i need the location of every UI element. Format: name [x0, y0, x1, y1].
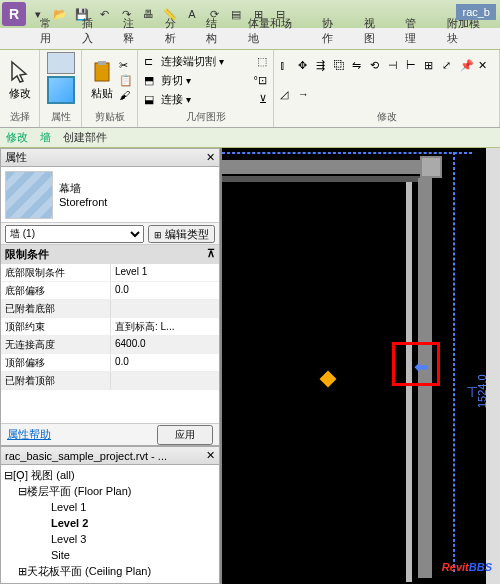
properties-title: 属性 [5, 150, 27, 165]
cat-constraints[interactable]: 限制条件⊼ [1, 245, 219, 264]
options-create-part[interactable]: 创建部件 [63, 130, 107, 145]
wall-inner [222, 176, 428, 182]
tab-view[interactable]: 视图 [354, 13, 396, 49]
project-browser: rac_basic_sample_project.rvt - ... ✕ ⊟[O… [0, 446, 220, 584]
tree-level[interactable]: Site [3, 547, 217, 563]
ribbon-body: 修改 选择 属性 粘贴 ✂ 📋 🖌 剪贴板 ⊏连接端切割 ▾ ⬚ [0, 50, 500, 128]
grid-head[interactable] [420, 156, 442, 178]
apply-button[interactable]: 应用 [157, 425, 213, 445]
move-icon[interactable]: ✥ [298, 59, 312, 73]
join-geom-icon: ⬓ [144, 93, 158, 107]
paste-button[interactable]: 粘贴 [86, 53, 117, 109]
tab-manage[interactable]: 管理 [395, 13, 437, 49]
group-clipboard-label: 剪贴板 [86, 109, 133, 125]
copy-icon[interactable]: 📋 [119, 74, 133, 88]
group-props-label: 属性 [44, 109, 77, 125]
join-end-cut-button[interactable]: ⊏连接端切割 ▾ ⬚ [142, 53, 269, 71]
table-row: 底部偏移0.0 [1, 282, 219, 300]
tab-collab[interactable]: 协作 [312, 13, 354, 49]
file-name-label: rac_b [456, 4, 496, 20]
table-row: 顶部偏移0.0 [1, 354, 219, 372]
tab-insert[interactable]: 插入 [72, 13, 114, 49]
close-icon[interactable]: ✕ [206, 449, 215, 462]
svg-rect-0 [95, 63, 109, 81]
tab-structure[interactable]: 结构 [196, 13, 238, 49]
tab-analyze[interactable]: 分析 [155, 13, 197, 49]
extend-icon[interactable]: → [298, 88, 312, 102]
tab-home[interactable]: 常用 [30, 13, 72, 49]
tree-root[interactable]: ⊟[O̩] 视图 (all) [3, 467, 217, 483]
browser-title: rac_basic_sample_project.rvt - ... [5, 450, 167, 462]
group-geometry-label: 几何图形 [142, 109, 269, 125]
join-geom-button[interactable]: ⬓连接 ▾ ⊻ [142, 91, 269, 109]
browser-header: rac_basic_sample_project.rvt - ... ✕ [1, 447, 219, 465]
scrollbar-vertical[interactable] [486, 148, 500, 584]
tab-massing[interactable]: 体量和场地 [238, 13, 312, 49]
split-icon[interactable]: ⊢ [406, 59, 420, 73]
options-bar: 修改 墙 创建部件 [0, 128, 500, 148]
mirror-icon[interactable]: ⇋ [352, 59, 366, 73]
type-name: Storefront [59, 196, 107, 208]
type-properties-icon[interactable] [47, 76, 75, 104]
cut-geom-button[interactable]: ⬒剪切 ▾ °⊡ [142, 72, 269, 90]
group-modify-label: 修改 [278, 109, 495, 125]
watermark: RevitBBS [442, 555, 492, 576]
offset-icon[interactable]: ⇶ [316, 59, 330, 73]
delete-icon[interactable]: ✕ [478, 59, 492, 73]
tree-level[interactable]: Level 1 [3, 499, 217, 515]
tree-level-active[interactable]: Level 2 [3, 515, 217, 531]
tree-ceiling-plans[interactable]: ⊞天花板平面 (Ceiling Plan) [3, 563, 217, 579]
type-selector[interactable]: 幕墙 Storefront [1, 167, 219, 223]
copy-tool-icon[interactable]: ⿻ [334, 59, 348, 73]
paste-label: 粘贴 [91, 86, 113, 101]
flip-arrow-icon[interactable]: ⬅ [414, 356, 429, 378]
pin-icon[interactable]: 📌 [460, 59, 474, 73]
clipboard-icon [90, 60, 114, 84]
scale-icon[interactable]: ⤢ [442, 59, 456, 73]
tree-level[interactable]: Level 3 [3, 531, 217, 547]
match-icon[interactable]: 🖌 [119, 89, 133, 103]
table-row: 已附着底部 [1, 300, 219, 318]
filter-select[interactable]: 墙 (1) [5, 225, 144, 243]
join-cut-icon: ⊏ [144, 55, 158, 69]
app-logo[interactable]: R [2, 2, 26, 26]
table-row: 顶部约束直到标高: L... [1, 318, 219, 336]
edit-type-button[interactable]: ⊞ 编辑类型 [148, 225, 215, 243]
cut-icon[interactable]: ✂ [119, 59, 133, 73]
svg-rect-1 [98, 61, 106, 65]
properties-help-link[interactable]: 属性帮助 [7, 427, 51, 442]
rotate-icon[interactable]: ⟲ [370, 59, 384, 73]
browser-tree[interactable]: ⊟[O̩] 视图 (all) ⊟楼层平面 (Floor Plan) Level … [1, 465, 219, 583]
options-modify: 修改 [6, 130, 28, 145]
modify-label: 修改 [9, 86, 31, 101]
table-row: 已附着顶部 [1, 372, 219, 390]
properties-panel: 属性 ✕ 幕墙 Storefront 墙 (1) ⊞ 编辑类型 限制条件⊼ 底部… [0, 148, 220, 446]
align-icon[interactable]: ⫿ [280, 59, 294, 73]
drag-handle-icon[interactable] [320, 371, 337, 388]
left-panels: 属性 ✕ 幕墙 Storefront 墙 (1) ⊞ 编辑类型 限制条件⊼ 底部… [0, 148, 222, 584]
cursor-icon [8, 60, 32, 84]
array-icon[interactable]: ⊞ [424, 59, 438, 73]
ribbon-tabs: 常用 插入 注释 分析 结构 体量和场地 协作 视图 管理 附加模块 [0, 28, 500, 50]
wall-element[interactable] [222, 160, 442, 174]
table-row: 无连接高度6400.0 [1, 336, 219, 354]
workspace: 属性 ✕ 幕墙 Storefront 墙 (1) ⊞ 编辑类型 限制条件⊼ 底部… [0, 148, 500, 584]
type-family: 幕墙 [59, 181, 107, 196]
properties-header: 属性 ✕ [1, 149, 219, 167]
dimension-ext [453, 152, 455, 572]
filter-row: 墙 (1) ⊞ 编辑类型 [1, 223, 219, 245]
drawing-canvas[interactable]: ⬅ 1524.0 ⊤ [222, 148, 500, 584]
close-icon[interactable]: ✕ [206, 151, 215, 164]
tab-annotate[interactable]: 注释 [113, 13, 155, 49]
modify-button[interactable]: 修改 [4, 53, 35, 109]
properties-footer: 属性帮助 应用 [1, 423, 219, 445]
dim-tick-icon: ⊤ [466, 384, 478, 400]
tree-floor-plans[interactable]: ⊟楼层平面 (Floor Plan) [3, 483, 217, 499]
properties-grid: 限制条件⊼ 底部限制条件Level 1 底部偏移0.0 已附着底部 顶部约束直到… [1, 245, 219, 423]
options-wall: 墙 [40, 130, 51, 145]
trim-icon[interactable]: ⊣ [388, 59, 402, 73]
properties-grid-icon[interactable] [47, 52, 75, 74]
corner-icon[interactable]: ◿ [280, 88, 294, 102]
table-row: 底部限制条件Level 1 [1, 264, 219, 282]
group-select-label: 选择 [4, 109, 35, 125]
